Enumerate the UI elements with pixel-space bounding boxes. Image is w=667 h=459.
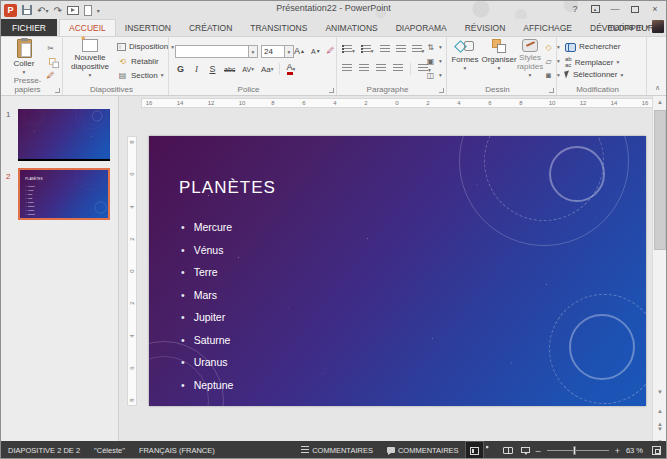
tab-revision[interactable]: RÉVISION	[456, 19, 515, 36]
shapes-button[interactable]: Formes ▾	[449, 39, 481, 71]
font-color-button[interactable]: A▾	[285, 63, 296, 75]
quick-styles-button[interactable]: Styles rapides ▾	[517, 39, 543, 78]
bullet-item[interactable]: Neptune	[181, 374, 233, 397]
bullet-item[interactable]: Uranus	[181, 351, 233, 374]
scroll-up-icon[interactable]: ▲	[653, 96, 667, 109]
tab-affichage[interactable]: AFFICHAGE	[514, 19, 581, 36]
numbering-button[interactable]: ▾	[361, 45, 374, 55]
minimize-icon[interactable]: —	[606, 2, 624, 16]
vertical-scrollbar[interactable]: ▲ ▼ ▲▲ ▼▼	[652, 96, 666, 441]
find-button[interactable]: Rechercher	[565, 42, 620, 51]
zoom-out-button[interactable]: –	[534, 446, 543, 456]
zoom-slider-thumb[interactable]	[573, 446, 576, 455]
cut-button[interactable]: ✂	[45, 43, 56, 53]
slide-body-text[interactable]: Mercure Vénus Terre Mars Jupiter Saturne…	[181, 216, 233, 396]
title-bar: P ↶▾ ↷ ▾ Présentation22 - PowerPoint ? ▴…	[1, 1, 666, 19]
font-name-dropdown-icon[interactable]: ▾	[249, 45, 258, 58]
bold-button[interactable]: G	[175, 63, 186, 75]
slide-indicator[interactable]: DIAPOSITIVE 2 DE 2	[1, 446, 87, 455]
collapse-ribbon-icon[interactable]: ∧	[655, 84, 660, 92]
tab-animations[interactable]: ANIMATIONS	[316, 19, 386, 36]
layout-button[interactable]: Disposition▾	[117, 42, 174, 51]
line-spacing-button[interactable]: ▾	[412, 45, 425, 55]
ribbon-display-options-icon[interactable]: ▴	[586, 2, 604, 16]
scroll-down-icon[interactable]: ▼	[653, 386, 667, 399]
drawing-dialog-launcher-icon[interactable]	[549, 88, 554, 93]
line-spacing-icon	[412, 45, 422, 53]
bullet-item[interactable]: Saturne	[181, 329, 233, 352]
select-button[interactable]: Sélectionner▾	[565, 70, 623, 79]
tab-accueil[interactable]: ACCUEIL	[59, 19, 116, 36]
next-slide-icon[interactable]: ▼▼	[653, 420, 667, 433]
slideshow-view-button[interactable]	[517, 442, 534, 459]
paste-button[interactable]: Coller ▾	[9, 39, 39, 75]
character-spacing-button[interactable]: AV▾	[241, 63, 255, 75]
reset-button[interactable]: ⟲ Rétablir	[117, 56, 159, 66]
convert-smartart-button[interactable]: ◫▾	[425, 70, 442, 80]
tab-insertion[interactable]: INSERTION	[116, 19, 180, 36]
align-right-button[interactable]	[376, 64, 386, 74]
arrange-button[interactable]: Organiser ▾	[481, 39, 517, 71]
slide-2-thumbnail[interactable]: PLANÈTES MercureVénus TerreMars JupiterS…	[18, 168, 110, 220]
italic-button[interactable]: I	[191, 63, 202, 75]
clipboard-dialog-launcher-icon[interactable]	[55, 88, 60, 93]
new-slide-button[interactable]: Nouvelle diapositive ▾	[68, 39, 112, 78]
tab-creation[interactable]: CRÉATION	[180, 19, 241, 36]
clear-formatting-button[interactable]: 🖉	[325, 45, 336, 55]
tab-fichier[interactable]: FICHIER	[1, 19, 57, 36]
normal-view-button[interactable]	[466, 442, 483, 459]
underline-button[interactable]: S	[207, 63, 218, 75]
replace-button[interactable]: abac Remplacer▾	[565, 56, 619, 68]
decrease-indent-button[interactable]	[380, 45, 390, 55]
grow-font-button[interactable]: A▲	[293, 45, 306, 57]
shrink-font-button[interactable]: A▼	[310, 45, 322, 57]
close-icon[interactable]: ×	[646, 2, 664, 16]
align-center-icon	[359, 64, 369, 72]
tab-transitions[interactable]: TRANSITIONS	[241, 19, 316, 36]
maximize-icon[interactable]	[626, 2, 644, 16]
change-case-button[interactable]: Aa▾	[260, 63, 275, 75]
bullet-item[interactable]: Terre	[181, 261, 233, 284]
tab-diaporama[interactable]: DIAPORAMA	[387, 19, 456, 36]
avatar[interactable]	[652, 20, 664, 33]
strikethrough-button[interactable]: abc	[223, 63, 236, 75]
account-dropdown-icon[interactable]: ▾	[646, 23, 649, 30]
account-area[interactable]: marina m ▾	[608, 20, 664, 33]
font-name-input[interactable]	[175, 45, 249, 58]
section-button[interactable]: ▤ Section▾	[117, 70, 163, 80]
zoom-in-button[interactable]: +	[613, 446, 622, 456]
fit-slide-to-window-icon[interactable]	[652, 446, 661, 455]
slide-thumbnail-pane[interactable]: 1 2 PLANÈTES MercureVénus	[1, 96, 119, 441]
increase-indent-button[interactable]	[396, 45, 406, 55]
slide-editor[interactable]: PLANÈTES Mercure Vénus Terre Mars Jupite…	[149, 136, 646, 406]
justify-button[interactable]	[393, 64, 403, 74]
zoom-level[interactable]: 63 %	[622, 446, 647, 455]
zoom-slider[interactable]	[547, 450, 609, 451]
align-left-button[interactable]	[342, 64, 352, 74]
bullet-item[interactable]: Jupiter	[181, 306, 233, 329]
slide-1-thumbnail[interactable]	[18, 109, 110, 161]
language-indicator[interactable]: FRANÇAIS (FRANCE)	[132, 446, 222, 455]
slide-title-text[interactable]: PLANÈTES	[179, 178, 276, 198]
bullet-item[interactable]: Mercure	[181, 216, 233, 239]
bullet-item[interactable]: Mars	[181, 284, 233, 307]
reading-view-button[interactable]	[500, 442, 517, 459]
text-direction-button[interactable]: ⇅▾	[425, 42, 442, 52]
account-name[interactable]: marina m	[608, 22, 643, 32]
copy-button[interactable]	[45, 56, 63, 71]
powerpoint-window: P ↶▾ ↷ ▾ Présentation22 - PowerPoint ? ▴…	[0, 0, 667, 459]
font-dialog-launcher-icon[interactable]	[329, 88, 334, 93]
bullets-button[interactable]: ▾	[342, 45, 355, 55]
previous-slide-icon[interactable]: ▲▲	[653, 402, 667, 415]
align-text-button[interactable]: ▣▾	[425, 56, 442, 66]
slide-sorter-view-button[interactable]	[483, 442, 500, 459]
font-size-input[interactable]	[261, 45, 285, 58]
paragraph-dialog-launcher-icon[interactable]	[439, 88, 444, 93]
bullet-item[interactable]: Vénus	[181, 239, 233, 262]
comments-toggle[interactable]: COMMENTAIRES	[380, 446, 466, 455]
theme-name[interactable]: "Céleste"	[87, 446, 132, 455]
align-center-button[interactable]	[359, 64, 369, 74]
help-icon[interactable]: ?	[566, 2, 584, 16]
scrollbar-thumb[interactable]	[654, 110, 666, 250]
notes-toggle[interactable]: COMMENTAIRES	[294, 446, 380, 455]
